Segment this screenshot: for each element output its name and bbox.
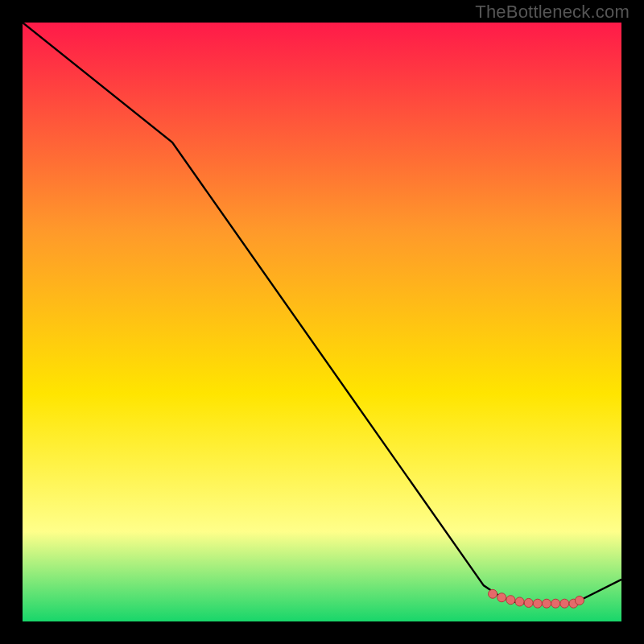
chart-container: TheBottleneck.com xyxy=(0,0,644,644)
marker-point xyxy=(560,599,569,608)
gradient-background xyxy=(23,23,621,621)
marker-point xyxy=(489,589,497,598)
marker-point xyxy=(506,596,515,605)
attribution-text: TheBottleneck.com xyxy=(475,2,630,23)
marker-point xyxy=(524,598,533,607)
plot-area xyxy=(23,23,621,621)
marker-point xyxy=(533,599,542,608)
marker-point xyxy=(543,599,551,608)
marker-point xyxy=(575,596,584,605)
marker-point xyxy=(551,599,560,608)
plot-svg xyxy=(23,23,621,621)
marker-point xyxy=(497,593,506,602)
marker-point xyxy=(515,597,524,606)
